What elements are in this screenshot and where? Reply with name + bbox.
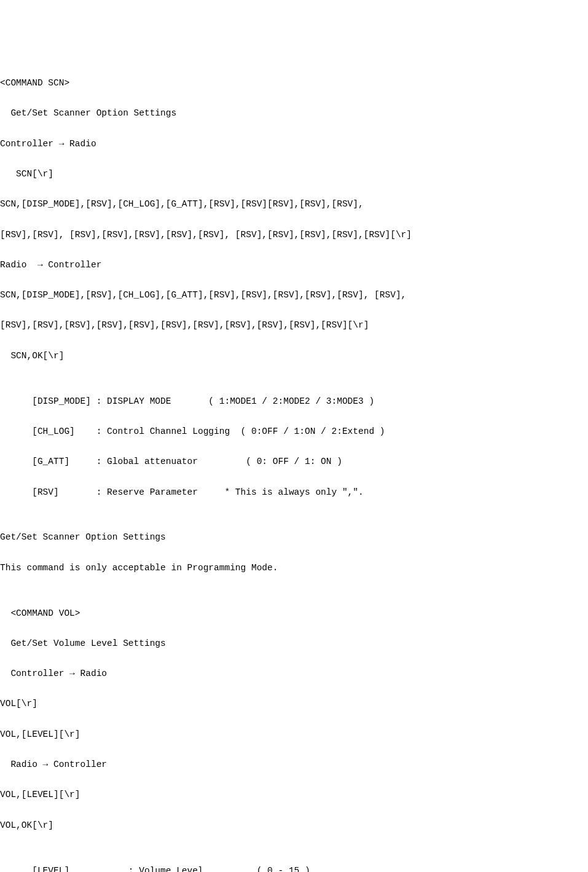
- scn-command-header: <COMMAND SCN>: [0, 76, 588, 91]
- vol-param-level: [LEVEL] : Volume Level ( 0 - 15 ): [0, 863, 588, 872]
- vol-controller-to-radio-label: Controller → Radio: [0, 666, 588, 681]
- document-page: <COMMAND SCN> Get/Set Scanner Option Set…: [0, 61, 588, 872]
- scn-title: Get/Set Scanner Option Settings: [0, 106, 588, 121]
- vol-title: Get/Set Volume Level Settings: [0, 636, 588, 651]
- scn-ok-response: SCN,OK[\r]: [0, 348, 588, 364]
- scn-radio-to-controller-label: Radio → Controller: [0, 257, 588, 273]
- vol-response-line1: VOL,[LEVEL][\r]: [0, 787, 588, 803]
- vol-request-line1: VOL[\r]: [0, 696, 588, 712]
- scn-controller-body-line2: [RSV],[RSV], [RSV],[RSV],[RSV],[RSV],[RS…: [0, 227, 588, 243]
- vol-response-line2: VOL,OK[\r]: [0, 818, 588, 833]
- scn-param-disp-mode: [DISP_MODE] : DISPLAY MODE ( 1:MODE1 / 2…: [0, 394, 588, 409]
- scn-param-rsv: [RSV] : Reserve Parameter * This is alwa…: [0, 485, 588, 500]
- vol-request-line2: VOL,[LEVEL][\r]: [0, 727, 588, 742]
- vol-radio-to-controller-label: Radio → Controller: [0, 757, 588, 772]
- scn-param-ch-log: [CH_LOG] : Control Channel Logging ( 0:O…: [0, 424, 588, 439]
- scn-controller-to-radio-label: Controller → Radio: [0, 136, 588, 152]
- scn-param-g-att: [G_ATT] : Global attenuator ( 0: OFF / 1…: [0, 454, 588, 469]
- scn-note-line2: This command is only acceptable in Progr…: [0, 560, 588, 576]
- scn-controller-body-line1: SCN,[DISP_MODE],[RSV],[CH_LOG],[G_ATT],[…: [0, 197, 588, 212]
- page-content: <COMMAND SCN> Get/Set Scanner Option Set…: [0, 61, 588, 872]
- scn-radio-body-line2: [RSV],[RSV],[RSV],[RSV],[RSV],[RSV],[RSV…: [0, 318, 588, 333]
- scn-radio-body-line1: SCN,[DISP_MODE],[RSV],[CH_LOG],[G_ATT],[…: [0, 288, 588, 303]
- vol-command-header: <COMMAND VOL>: [0, 606, 588, 621]
- scn-note-line1: Get/Set Scanner Option Settings: [0, 530, 588, 545]
- scn-controller-request: SCN[\r]: [0, 167, 588, 182]
